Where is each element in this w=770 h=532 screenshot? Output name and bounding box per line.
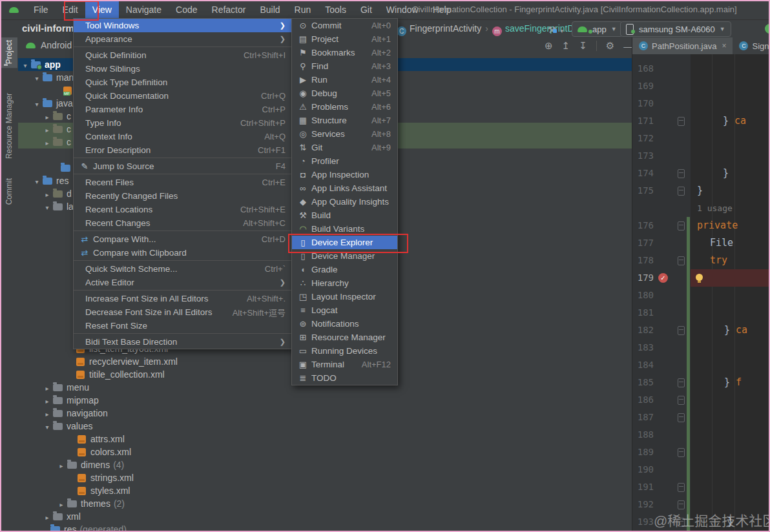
menu-item-app-quality-insights[interactable]: ◆App Quality Insights	[292, 195, 397, 209]
breadcrumb-class[interactable]: FingerprintActivity	[410, 23, 481, 34]
chevron-down-icon[interactable]: ▾	[43, 201, 52, 214]
menu-item-profiler[interactable]: ◔Profiler	[292, 154, 397, 168]
menu-item-bidi-text-base-direction[interactable]: Bidi Text Base Direction❯	[74, 335, 292, 349]
select-opened-file-icon[interactable]: ⊕	[545, 40, 553, 52]
run-config-selector[interactable]: app▼	[572, 21, 623, 37]
settings-gear-icon[interactable]: ⚙	[606, 40, 614, 52]
menu-item-terminal[interactable]: ▣TerminalAlt+F12	[292, 358, 397, 371]
menu-item-parameter-info[interactable]: Parameter InfoCtrl+P	[74, 103, 292, 116]
menu-item-commit[interactable]: ⊙CommitAlt+0	[292, 19, 397, 32]
line-number[interactable]: 169	[632, 77, 654, 95]
fold-collapse-icon[interactable]	[678, 256, 685, 265]
menu-item-device-manager[interactable]: ▯Device Manager	[292, 249, 397, 263]
menu-item-active-editor[interactable]: Active Editor❯	[74, 276, 292, 289]
tree-item-strings-xml[interactable]: strings.xml	[18, 471, 632, 484]
chevron-right-icon[interactable]: ▸	[43, 189, 52, 201]
chevron-right-icon[interactable]: ▸	[43, 111, 52, 124]
menu-item-context-info[interactable]: Context InfoAlt+Q	[74, 130, 292, 143]
menu-item-bookmarks[interactable]: ⚑BookmarksAlt+2	[292, 46, 397, 59]
chevron-right-icon[interactable]: ▸	[43, 124, 52, 137]
chevron-right-icon[interactable]: ▸	[43, 382, 52, 395]
menu-item-resource-manager[interactable]: ⊞Resource Manager	[292, 331, 397, 344]
tree-item-dimens[interactable]: ▸dimens(4)	[18, 458, 632, 471]
menu-item-quick-definition[interactable]: Quick DefinitionCtrl+Shift+I	[74, 48, 292, 62]
line-number[interactable]: 193	[632, 513, 654, 531]
fold-expand-icon[interactable]	[678, 448, 685, 457]
stripe-tab-commit[interactable]: Commit	[1, 174, 17, 209]
line-number[interactable]: 187	[632, 409, 654, 426]
close-tab-icon[interactable]: ×	[722, 41, 726, 50]
fold-expand-icon[interactable]	[678, 483, 685, 492]
tree-item-xml[interactable]: ▸xml	[18, 510, 632, 523]
breadcrumb-method[interactable]: saveFingerprintD	[505, 23, 574, 34]
menu-item-hierarchy[interactable]: ∴Hierarchy	[292, 276, 397, 290]
build-hammer-icon[interactable]: ⚒▾	[548, 25, 563, 35]
menubar-item-tools[interactable]: Tools	[318, 1, 353, 18]
line-number[interactable]: 190	[632, 461, 654, 478]
line-number[interactable]: 189	[632, 444, 654, 461]
menu-item-reset-font-size[interactable]: Reset Font Size	[74, 319, 292, 332]
line-number[interactable]: 192	[632, 496, 654, 513]
chevron-right-icon[interactable]: ▸	[57, 460, 66, 473]
menu-item-recently-changed-files[interactable]: Recently Changed Files	[74, 189, 292, 203]
fold-expand-icon[interactable]	[678, 500, 685, 509]
tree-item-themes[interactable]: ▸themes(2)	[18, 497, 632, 510]
chevron-right-icon[interactable]: ▸	[57, 498, 66, 511]
menu-item-build[interactable]: ⚒Build	[292, 209, 397, 222]
tree-item-colors-xml[interactable]: colors.xml	[18, 445, 632, 458]
menu-item-recent-files[interactable]: Recent FilesCtrl+E	[74, 176, 292, 189]
menu-item-quick-documentation[interactable]: Quick DocumentationCtrl+Q	[74, 89, 292, 103]
menu-item-error-description[interactable]: Error DescriptionCtrl+F1	[74, 143, 292, 157]
line-number[interactable]: 181	[632, 304, 654, 322]
menu-item-type-info[interactable]: Type InfoCtrl+Shift+P	[74, 116, 292, 130]
menu-item-git[interactable]: ⇅GitAlt+9	[292, 141, 397, 154]
line-number[interactable]: 168	[632, 60, 654, 77]
line-number[interactable]: 175	[632, 182, 654, 200]
tree-item-styles-xml[interactable]: styles.xml	[18, 484, 632, 497]
menubar-item-git[interactable]: Git	[353, 1, 379, 18]
chevron-down-icon[interactable]: ▾	[32, 72, 41, 85]
menu-item-compare-with-clipboard[interactable]: ⇄Compare with Clipboard	[74, 246, 292, 260]
breakpoint-icon[interactable]: ✓	[658, 273, 668, 283]
menu-item-layout-inspector[interactable]: ◳Layout Inspector	[292, 290, 397, 303]
tree-item-mipmap[interactable]: ▸mipmap	[18, 394, 632, 407]
chevron-right-icon[interactable]: ▸	[43, 395, 52, 408]
menu-item-gradle[interactable]: ◖Gradle	[292, 263, 397, 276]
fold-collapse-icon[interactable]	[678, 396, 685, 405]
tree-item-navigation[interactable]: ▸navigation	[18, 407, 632, 420]
menu-item-recent-changes[interactable]: Recent ChangesAlt+Shift+C	[74, 216, 292, 230]
fold-collapse-icon[interactable]	[678, 326, 685, 335]
line-number[interactable]: 170	[632, 95, 654, 112]
tree-item-attrs-xml[interactable]: attrs.xml	[18, 433, 632, 445]
chevron-down-icon[interactable]: ▾	[32, 98, 41, 111]
menu-item-running-devices[interactable]: ▭Running Devices	[292, 344, 397, 358]
stripe-tab-resource-manager[interactable]: Resource Manager	[1, 89, 17, 163]
menu-item-increase-font-size-in-all-editors[interactable]: Increase Font Size in All EditorsAlt+Shi…	[74, 292, 292, 305]
menu-item-structure[interactable]: ▦StructureAlt+7	[292, 114, 397, 127]
menu-item-todo[interactable]: ≣TODO	[292, 371, 397, 385]
code-area[interactable]: } ca}}1 usageprivateFiletry} ca} f}}	[691, 54, 770, 532]
chevron-down-icon[interactable]: ▾	[21, 59, 30, 72]
menu-item-recent-locations[interactable]: Recent LocationsCtrl+Shift+E	[74, 203, 292, 216]
line-number[interactable]: 176	[632, 217, 654, 234]
chevron-right-icon[interactable]: ▸	[43, 137, 52, 150]
menu-item-device-explorer[interactable]: ▯Device Explorer	[292, 236, 397, 249]
editor-tab-signat[interactable]: CSignat	[733, 37, 770, 54]
menu-item-project[interactable]: ▤ProjectAlt+1	[292, 32, 397, 46]
menu-item-quick-type-definition[interactable]: Quick Type Definition	[74, 76, 292, 89]
menu-item-build-variants[interactable]: ◠Build Variants	[292, 222, 397, 236]
menubar-item-file[interactable]: File	[26, 1, 56, 18]
tree-item-values[interactable]: ▾values	[18, 420, 632, 433]
line-number[interactable]: 180	[632, 287, 654, 304]
menu-item-find[interactable]: ⚲FindAlt+3	[292, 59, 397, 73]
device-selector[interactable]: samsung SM-A6060▼	[620, 21, 731, 37]
menu-item-app-links-assistant[interactable]: ∞App Links Assistant	[292, 181, 397, 195]
menu-item-notifications[interactable]: ⊚Notifications	[292, 317, 397, 331]
line-number[interactable]: 182	[632, 322, 654, 339]
line-number[interactable]: 183	[632, 339, 654, 356]
intention-bulb-icon[interactable]	[696, 274, 703, 281]
project-view-selector[interactable]: Android	[26, 40, 72, 50]
fold-collapse-icon[interactable]	[678, 221, 685, 230]
stripe-tab-project[interactable]: Project	[1, 36, 17, 68]
menu-item-quick-switch-scheme-[interactable]: Quick Switch Scheme...Ctrl+`	[74, 262, 292, 276]
